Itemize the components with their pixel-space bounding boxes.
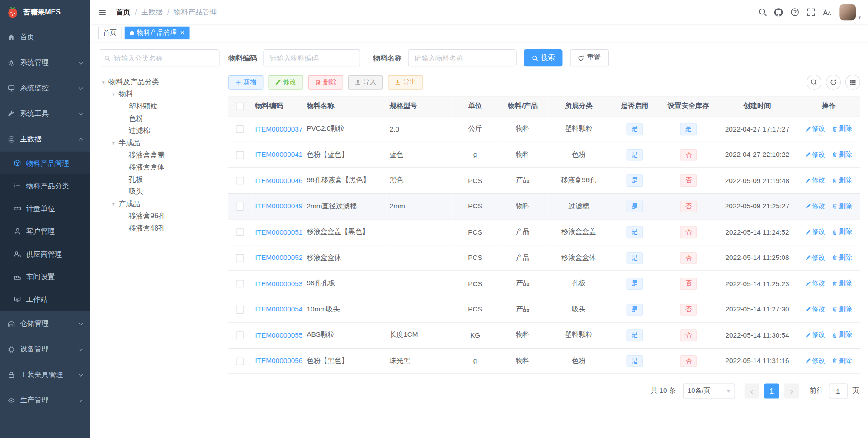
row-delete-link[interactable]: 删除 <box>832 330 852 340</box>
sidebar-item-production-mgmt[interactable]: 生产管理 <box>0 387 90 413</box>
row-edit-link[interactable]: 修改 <box>805 305 825 314</box>
sidebar-item-supplier-mgmt[interactable]: 供应商管理 <box>0 243 90 265</box>
tree-node[interactable]: 塑料颗粒 <box>99 100 219 113</box>
row-delete-link[interactable]: 删除 <box>832 305 852 314</box>
sidebar-item-warehouse-mgmt[interactable]: 仓储管理 <box>0 311 90 336</box>
row-checkbox[interactable] <box>236 331 244 339</box>
tree-node[interactable]: 移液盒盒盖 <box>99 149 219 161</box>
export-button[interactable]: 导出 <box>388 75 423 89</box>
tree-node[interactable]: 移液盒48孔 <box>99 222 219 235</box>
search-button[interactable]: 搜索 <box>524 49 563 66</box>
prev-page-button[interactable]: ‹ <box>744 384 759 399</box>
row-delete-link[interactable]: 删除 <box>832 356 852 366</box>
sidebar-item-workstation[interactable]: 工作站 <box>0 288 90 311</box>
edit-button[interactable]: 修改 <box>268 75 303 89</box>
row-edit-link[interactable]: 修改 <box>805 150 825 160</box>
next-page-button[interactable]: › <box>784 384 799 399</box>
sidebar-item-master-data[interactable]: 主数据 <box>0 127 90 152</box>
reset-button[interactable]: 重置 <box>570 49 609 66</box>
tab-close-icon[interactable]: × <box>180 29 184 37</box>
material-name-input[interactable] <box>408 49 516 66</box>
tree-node[interactable]: 吸头 <box>99 186 219 198</box>
search-icon[interactable] <box>755 5 770 19</box>
material-code-link[interactable]: ITEM00000053 <box>255 280 303 287</box>
material-code-link[interactable]: ITEM00000041 <box>255 151 303 159</box>
refresh-table-button[interactable] <box>826 75 841 90</box>
material-code-link[interactable]: ITEM00000046 <box>255 177 303 184</box>
fontsize-icon[interactable] <box>820 5 835 19</box>
fullscreen-icon[interactable] <box>803 5 818 19</box>
sidebar-item-workshop-setting[interactable]: 车间设置 <box>0 265 90 288</box>
toggle-search-button[interactable] <box>807 75 821 90</box>
breadcrumb-item[interactable]: 首页 <box>116 7 130 17</box>
row-edit-link[interactable]: 修改 <box>805 356 825 366</box>
page-size-select[interactable]: 10条/页 ▾ <box>683 384 735 399</box>
row-edit-link[interactable]: 修改 <box>805 279 825 288</box>
sidebar-item-system-tools[interactable]: 系统工具 <box>0 101 90 126</box>
material-code-link[interactable]: ITEM00000055 <box>255 331 303 339</box>
category-search-input[interactable] <box>114 54 214 62</box>
row-delete-link[interactable]: 删除 <box>832 176 852 185</box>
tree-node[interactable]: ▾半成品 <box>99 137 219 149</box>
row-edit-link[interactable]: 修改 <box>805 202 825 211</box>
material-code-input[interactable] <box>263 49 360 66</box>
material-code-link[interactable]: ITEM00000037 <box>255 125 303 133</box>
tree-node[interactable]: 过滤棉 <box>99 125 219 137</box>
sidebar-item-material-product-mgmt[interactable]: 物料产品管理 <box>0 152 90 174</box>
sidebar-item-fixture-mgmt[interactable]: 工装夹具管理 <box>0 362 90 387</box>
tab-home[interactable]: 首页 <box>98 27 121 39</box>
sidebar-item-material-product-category[interactable]: 物料产品分类 <box>0 174 90 197</box>
tree-node[interactable]: 孔板 <box>99 174 219 186</box>
sidebar-item-system-monitor[interactable]: 系统监控 <box>0 75 90 101</box>
row-checkbox[interactable] <box>236 125 244 133</box>
row-edit-link[interactable]: 修改 <box>805 124 825 134</box>
row-checkbox[interactable] <box>236 151 244 159</box>
row-checkbox[interactable] <box>236 203 244 210</box>
row-delete-link[interactable]: 删除 <box>832 227 852 237</box>
tree-node[interactable]: 移液盒盒体 <box>99 161 219 174</box>
row-delete-link[interactable]: 删除 <box>832 202 852 211</box>
tree-node[interactable]: ▾物料 <box>99 88 219 100</box>
goto-page-input[interactable] <box>828 384 847 399</box>
row-checkbox[interactable] <box>236 254 244 262</box>
sidebar-item-measure-unit[interactable]: 计量单位 <box>0 197 90 220</box>
row-checkbox[interactable] <box>236 280 244 287</box>
row-edit-link[interactable]: 修改 <box>805 330 825 340</box>
delete-button[interactable]: 删除 <box>308 75 343 89</box>
page-1-button[interactable]: 1 <box>764 384 779 399</box>
row-delete-link[interactable]: 删除 <box>832 253 852 263</box>
row-checkbox[interactable] <box>236 358 244 365</box>
tab-material-product[interactable]: 物料产品管理× <box>125 27 189 39</box>
row-edit-link[interactable]: 修改 <box>805 253 825 263</box>
sidebar-item-system-admin[interactable]: 系统管理 <box>0 50 90 75</box>
row-checkbox[interactable] <box>236 306 244 313</box>
sidebar-item-home[interactable]: 首页 <box>0 24 90 50</box>
tree-node[interactable]: 色粉 <box>99 113 219 125</box>
user-menu[interactable]: ▾ <box>840 4 861 21</box>
add-button[interactable]: 新增 <box>228 75 263 89</box>
row-delete-link[interactable]: 删除 <box>832 279 852 288</box>
material-code-link[interactable]: ITEM00000051 <box>255 228 303 236</box>
row-edit-link[interactable]: 修改 <box>805 227 825 237</box>
hamburger-icon[interactable] <box>90 0 113 24</box>
breadcrumb-item[interactable]: 主数据 <box>141 7 163 17</box>
question-icon[interactable] <box>788 5 802 19</box>
app-logo[interactable]: 苦糖果MES <box>0 0 90 24</box>
row-edit-link[interactable]: 修改 <box>805 176 825 185</box>
tree-node[interactable]: 移液盒96孔 <box>99 210 219 222</box>
material-code-link[interactable]: ITEM00000056 <box>255 357 303 365</box>
import-button[interactable]: 导入 <box>348 75 383 89</box>
row-delete-link[interactable]: 删除 <box>832 150 852 160</box>
row-checkbox[interactable] <box>236 177 244 184</box>
row-delete-link[interactable]: 删除 <box>832 124 852 134</box>
tree-node[interactable]: ▾产成品 <box>99 198 219 210</box>
columns-toggle-button[interactable] <box>845 75 860 90</box>
material-code-link[interactable]: ITEM00000052 <box>255 254 303 262</box>
material-code-link[interactable]: ITEM00000049 <box>255 203 303 210</box>
row-checkbox[interactable] <box>236 228 244 236</box>
tree-node[interactable]: ▾物料及产品分类 <box>99 76 219 88</box>
material-code-link[interactable]: ITEM00000054 <box>255 306 303 313</box>
github-icon[interactable] <box>771 5 786 19</box>
sidebar-item-equipment-mgmt[interactable]: 设备管理 <box>0 336 90 362</box>
select-all-checkbox[interactable] <box>236 103 244 110</box>
